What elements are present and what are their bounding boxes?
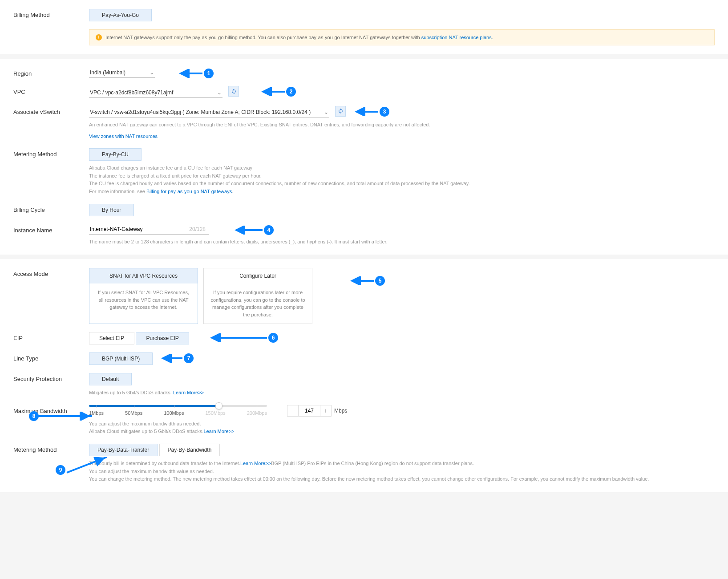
pay-by-bandwidth-button[interactable]: Pay-By-Bandwidth: [159, 444, 220, 456]
vswitch-helper: An enhanced NAT gateway can connect to a…: [89, 121, 715, 129]
region-label: Region: [13, 68, 89, 77]
vpc-dropdown[interactable]: VPC / vpc-a2dcf8b5lmz608y71ajmf ⌄: [89, 88, 222, 98]
billing-cycle-label: Billing Cycle: [13, 204, 89, 213]
vswitch-label: Associate vSwitch: [13, 106, 89, 115]
security-protection-value[interactable]: Default: [89, 373, 132, 385]
vswitch-refresh-button[interactable]: [335, 106, 346, 117]
pay-by-data-transfer-button[interactable]: Pay-By-Data-Transfer: [89, 444, 158, 456]
region-dropdown[interactable]: India (Mumbai) ⌄: [89, 68, 155, 78]
bandwidth-plus-button[interactable]: +: [320, 405, 332, 417]
security-protection-label: Security Protection: [13, 373, 89, 382]
bandwidth-slider[interactable]: 1Mbps 50Mbps 100Mbps 150Mbps 200Mbps: [89, 405, 267, 416]
refresh-icon: [231, 89, 237, 94]
char-count: 20/128: [189, 226, 206, 232]
metering-method2-label: Metering Method: [13, 444, 89, 453]
chevron-down-icon: ⌄: [150, 69, 154, 76]
info-icon: [96, 34, 102, 40]
metering-method-value[interactable]: Pay-By-CU: [89, 148, 142, 161]
instance-name-label: Instance Name: [13, 224, 89, 234]
select-eip-button[interactable]: Select EIP: [89, 332, 134, 344]
billing-info-banner: Internet NAT gateways support only the p…: [89, 29, 715, 45]
vpc-refresh-button[interactable]: [228, 86, 239, 97]
billing-method-section: Billing Method Pay-As-You-Go Internet NA…: [0, 0, 728, 54]
access-mode-label: Access Mode: [13, 268, 89, 277]
security-learn-more-link[interactable]: Learn More>>: [173, 390, 204, 395]
bandwidth-input[interactable]: [299, 405, 320, 417]
eip-label: EIP: [13, 332, 89, 341]
refresh-icon: [338, 108, 344, 114]
line-type-label: Line Type: [13, 352, 89, 362]
metering-method-label: Metering Method: [13, 148, 89, 158]
line-type-value[interactable]: BGP (Multi-ISP): [89, 352, 153, 365]
chevron-down-icon: ⌄: [217, 89, 222, 96]
chevron-down-icon: ⌄: [324, 109, 328, 115]
instance-name-helper: The name must be 2 to 128 characters in …: [89, 238, 715, 246]
purchase-eip-button[interactable]: Purchase EIP: [136, 332, 189, 344]
access-eip-section: Access Mode SNAT for All VPC Resources I…: [0, 259, 728, 492]
slider-thumb[interactable]: [215, 402, 222, 409]
max-bandwidth-label: Maximum Bandwidth: [13, 405, 89, 414]
access-mode-later-card[interactable]: Configure Later If you require configura…: [203, 268, 312, 324]
view-zones-link[interactable]: View zones with NAT resources: [89, 134, 158, 139]
subscription-plans-link[interactable]: subscription NAT resource plans: [421, 35, 492, 40]
bandwidth-stepper: − + Mbps: [287, 405, 347, 417]
billing-info-link[interactable]: Billing for pay-as-you-go NAT gateways: [146, 189, 232, 194]
access-mode-snat-card[interactable]: SNAT for All VPC Resources If you select…: [89, 268, 198, 324]
billing-cycle-value[interactable]: By Hour: [89, 204, 134, 216]
vpc-label: VPC: [13, 86, 89, 95]
vswitch-dropdown[interactable]: V-switch / vsw-a2d1stoyu4usi5kqc3ggj ( Z…: [89, 107, 329, 117]
network-section: Region India (Mumbai) ⌄ 1 VPC VPC / vpc-…: [0, 59, 728, 255]
bandwidth-minus-button[interactable]: −: [287, 405, 299, 417]
billing-method-label: Billing Method: [13, 9, 89, 18]
metering-learn-more-link[interactable]: Learn More>>: [240, 461, 271, 466]
bandwidth-learn-more-link[interactable]: Learn More>>: [203, 429, 234, 434]
billing-method-value[interactable]: Pay-As-You-Go: [89, 9, 152, 21]
